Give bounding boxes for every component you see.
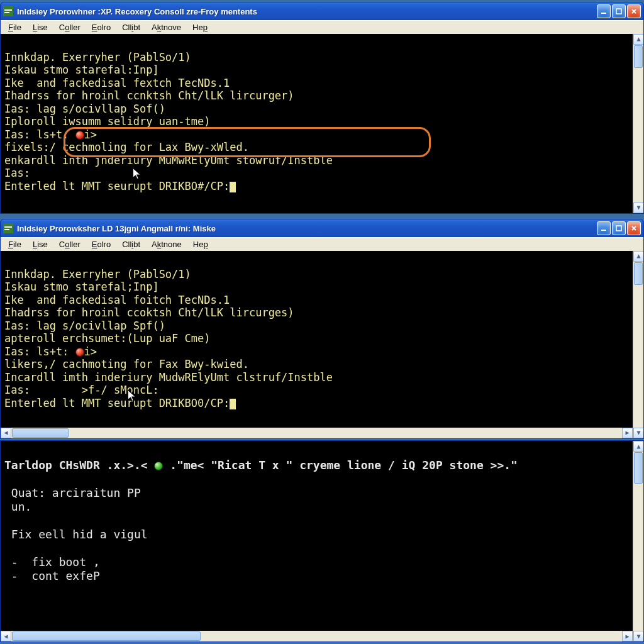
console-line: Ias: lag s/ocivllap Spf() (4, 319, 165, 332)
scroll-up-button[interactable]: ▲ (633, 34, 643, 45)
svg-rect-1 (4, 9, 12, 11)
console-line: - cont exfeP (4, 569, 100, 582)
console-line: likers,/ cachmoting for Fax Bwy-kwied. (4, 358, 249, 370)
scroll-thumb[interactable] (634, 452, 643, 484)
app-icon (3, 6, 13, 16)
console-line: Ias: lag s/ocivllap Sof() (4, 103, 165, 115)
console-line: Enterled lt MMT seurupt DRIKBO#/CP: (4, 180, 230, 192)
menu-coller[interactable]: Coller (54, 238, 86, 250)
window-title-1: Inldsiey Prorowhner :XP. Recoxery Consol… (17, 7, 597, 16)
console-line: Innkdap. Exerryher (PablSo/1) (4, 51, 191, 64)
scroll-thumb[interactable] (634, 262, 643, 285)
svg-rect-0 (3, 6, 13, 16)
window-recovery-console-2: Inldsiey Prorowksher LD 13jgni Angmall r… (0, 219, 644, 439)
console-output-3[interactable]: Tarldop CHsWDR .x.>.< ."me< "Ricat T x "… (1, 441, 643, 641)
horizontal-scrollbar[interactable]: ◀ ▶ (1, 631, 633, 641)
menu-lise[interactable]: Lise (28, 21, 53, 33)
scroll-right-button[interactable]: ▶ (622, 428, 633, 438)
text-cursor (230, 182, 236, 192)
console-line: Enterled lt MMT seurupt DRIKBO0/CP: (4, 397, 230, 409)
scroll-thumb[interactable] (634, 45, 643, 68)
console-output-1[interactable]: Innkdap. Exerryher (PablSo/1) Iskau stmo… (1, 34, 643, 213)
console-line: apteroll erchsumet:(Lup uaF Cme) (4, 332, 211, 345)
scroll-left-button[interactable]: ◀ (1, 428, 11, 438)
titlebar-1[interactable]: Inldsiey Prorowhner :XP. Recoxery Consol… (1, 3, 643, 20)
menu-file[interactable]: File (3, 238, 26, 250)
console-line: Ike and fackedisal fextch TecNDs.1 (4, 77, 230, 89)
svg-rect-3 (601, 13, 606, 14)
minimize-button[interactable] (597, 221, 611, 235)
menu-eolro[interactable]: Eolro (87, 238, 116, 250)
console-line: Innkdap. Exerryher (PablSo/1) (4, 268, 191, 280)
console-line: Ias: ls+t: (4, 128, 75, 141)
console-output-2[interactable]: Innkdap. Exerryher (PablSo/1) Iskau stmo… (1, 251, 643, 438)
scroll-track[interactable] (633, 69, 643, 203)
scroll-thumb[interactable] (12, 428, 69, 438)
console-line: Tarldop CHsWDR .x.>.< (4, 458, 154, 472)
scroll-down-button[interactable]: ▼ (633, 428, 643, 438)
text-cursor (230, 399, 236, 409)
console-line: Ias: (4, 167, 30, 179)
close-button[interactable] (627, 221, 641, 235)
scroll-up-button[interactable]: ▲ (633, 441, 643, 452)
ok-dot-icon (154, 462, 163, 470)
svg-rect-9 (4, 229, 9, 230)
console-line: Iploroll iwsumm selidry uan-tme) (4, 115, 211, 128)
console-line: ."me< "Ricat T x " cryeme lione / iQ 20P… (163, 458, 518, 472)
maximize-button[interactable] (612, 221, 626, 235)
console-line: un. (4, 500, 31, 513)
console-line: Quat: arciraitun PP (4, 486, 141, 499)
titlebar-2[interactable]: Inldsiey Prorowksher LD 13jgni Angmall r… (1, 219, 643, 237)
menu-cllibt[interactable]: Cllibt (117, 238, 145, 250)
console-line: i> (84, 128, 97, 141)
console-line: - fix boot , (4, 555, 100, 569)
menu-lise[interactable]: Lise (28, 238, 53, 250)
console-line: Iskau stmo starefal:Inp] (4, 64, 159, 76)
console-line: Ihadrss for hroinl ccnktsh Cht/lLK lircu… (4, 89, 294, 102)
console-line: Iskau stmo starefal;Inp] (4, 280, 159, 293)
svg-rect-7 (3, 223, 13, 233)
console-line: enkardll inth jnderiury MuMwRElyUmt stow… (4, 154, 333, 167)
console-line: Ihadrss for hroinl ccoktsh Cht/lLK lircu… (4, 306, 294, 319)
scroll-thumb[interactable] (12, 631, 201, 641)
window-controls-1 (597, 4, 641, 18)
scroll-left-button[interactable]: ◀ (1, 631, 11, 641)
error-dot-icon (75, 131, 84, 140)
svg-rect-11 (616, 226, 621, 231)
menu-aktnove[interactable]: Aktnove (147, 21, 186, 33)
menu-cllibt[interactable]: Cllibt (117, 21, 145, 33)
scroll-down-button[interactable]: ▼ (633, 631, 643, 641)
vertical-scrollbar[interactable]: ▲ ▼ (633, 34, 643, 213)
console-line: Ias: >f-/ sMoncL: (4, 384, 159, 396)
menu-help[interactable]: Hep (187, 21, 213, 33)
menu-aktnone[interactable]: Aktnone (147, 238, 187, 250)
menu-coller[interactable]: Coller (54, 21, 86, 33)
svg-rect-4 (616, 9, 621, 14)
scroll-track[interactable] (633, 286, 643, 428)
scroll-track[interactable] (633, 484, 643, 631)
svg-rect-2 (4, 12, 9, 13)
console-line: Fix eell hid a vigul (4, 528, 148, 541)
console-line: fixels:/ cechmoling for Lax Bwy-xWled. (4, 141, 249, 153)
console-line: i> (84, 345, 97, 358)
menubar-2: File Lise Coller Eolro Cllibt Aktnone He… (1, 237, 643, 251)
minimize-button[interactable] (597, 4, 611, 18)
close-button[interactable] (627, 4, 641, 18)
svg-rect-8 (4, 226, 12, 228)
scroll-right-button[interactable]: ▶ (622, 631, 633, 641)
vertical-scrollbar[interactable]: ▲ ▼ (633, 251, 643, 438)
menu-file[interactable]: File (3, 21, 26, 33)
menu-help[interactable]: Hep (188, 238, 213, 250)
bottom-console-pane: Tarldop CHsWDR .x.>.< ."me< "Ricat T x "… (0, 440, 644, 642)
scroll-up-button[interactable]: ▲ (633, 251, 643, 262)
menu-eolro[interactable]: Eolro (87, 21, 116, 33)
vertical-scrollbar[interactable]: ▲ ▼ (633, 441, 643, 641)
scroll-down-button[interactable]: ▼ (633, 203, 643, 213)
maximize-button[interactable] (612, 4, 626, 18)
console-line: Ike and fackedisal foitch TecNDs.1 (4, 294, 230, 306)
horizontal-scrollbar[interactable]: ◀ ▶ (1, 428, 633, 438)
window-controls-2 (597, 221, 641, 235)
console-line: Incardll imth inderiury MudwRElyUmt clst… (4, 371, 333, 384)
scroll-track[interactable] (69, 428, 622, 438)
scroll-track[interactable] (201, 631, 622, 641)
